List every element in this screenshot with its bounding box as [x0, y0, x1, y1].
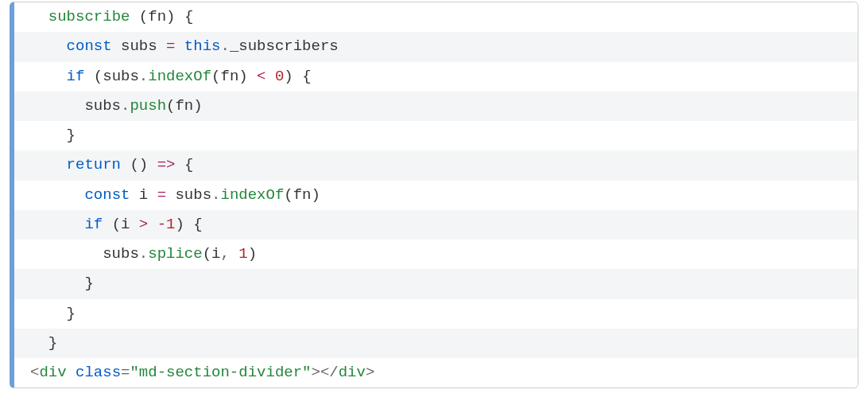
code-token: } — [48, 334, 57, 352]
code-token: subscribe — [48, 8, 130, 25]
code-token — [67, 364, 76, 381]
code-token: - — [157, 216, 166, 233]
code-token: 1 — [166, 216, 175, 233]
code-token: } — [67, 127, 76, 144]
code-token: i — [121, 216, 139, 233]
code-token: < — [30, 364, 39, 381]
code-token: { — [184, 8, 193, 25]
code-line: subscribe (fn) { — [14, 2, 858, 32]
code-token: , — [220, 245, 229, 263]
code-token: subs — [112, 37, 166, 55]
code-token — [248, 68, 257, 85]
code-token — [130, 8, 138, 25]
code-token: subs — [166, 186, 211, 204]
code-token: ( — [203, 245, 211, 263]
code-line: if (subs.indexOf(fn) < 0) { — [14, 62, 858, 92]
code-token — [30, 216, 84, 233]
code-token — [30, 305, 67, 322]
code-token: if — [84, 216, 103, 233]
code-token: ( — [211, 68, 220, 85]
code-token — [30, 8, 48, 25]
code-token: > — [366, 364, 374, 381]
code-token: } — [84, 275, 93, 292]
code-token — [175, 156, 184, 173]
code-line: const subs = this._subscribers — [14, 32, 858, 61]
code-token: indexOf — [220, 186, 284, 204]
code-token: fn — [220, 68, 238, 85]
code-token: ) — [284, 68, 293, 85]
code-token: > — [312, 364, 320, 381]
code-token — [148, 156, 157, 173]
code-token — [175, 37, 184, 55]
code-token: if — [67, 68, 85, 85]
code-token: ) — [193, 97, 202, 115]
code-token: this — [184, 37, 221, 55]
code-token: ) — [166, 8, 175, 25]
code-token: ( — [139, 8, 148, 25]
code-token: return — [67, 156, 121, 173]
code-token: "md-section-divider" — [130, 364, 311, 381]
code-token: subs — [30, 245, 139, 263]
code-token: > — [139, 216, 148, 233]
code-token — [30, 127, 67, 144]
code-line: } — [14, 121, 858, 150]
code-token: ( — [284, 186, 293, 204]
code-token: { — [302, 68, 311, 85]
code-token: } — [67, 305, 76, 322]
code-token: 1 — [238, 245, 247, 263]
code-token — [230, 245, 238, 263]
code-token: indexOf — [148, 68, 211, 85]
code-token: . — [220, 37, 229, 55]
code-token: const — [84, 186, 130, 204]
code-line: } — [14, 269, 858, 298]
code-line: return () => { — [14, 150, 858, 180]
code-token: . — [139, 245, 148, 263]
code-token — [293, 68, 302, 85]
code-block: subscribe (fn) { const subs = this._subs… — [10, 2, 858, 388]
code-line: const i = subs.indexOf(fn) — [14, 181, 858, 210]
code-token — [103, 216, 111, 233]
code-token: = — [166, 37, 175, 55]
code-token: = — [157, 186, 166, 204]
code-line: } — [14, 299, 858, 329]
code-line: if (i > -1) { — [14, 210, 858, 240]
code-token — [84, 68, 93, 85]
code-token: fn — [148, 8, 166, 25]
code-token: ) — [312, 186, 320, 204]
code-token: class — [76, 364, 121, 381]
code-token: splice — [148, 245, 202, 263]
code-token — [30, 334, 48, 352]
code-token: subs — [30, 97, 121, 115]
code-token: = — [121, 364, 130, 381]
code-line: subs.splice(i, 1) — [14, 240, 858, 269]
code-token — [30, 68, 67, 85]
code-token: ( — [94, 68, 103, 85]
code-token — [30, 186, 84, 204]
code-token — [266, 68, 275, 85]
code-token: { — [184, 156, 193, 173]
code-token: ( — [112, 216, 121, 233]
code-token: < — [257, 68, 265, 85]
code-line: } — [14, 329, 858, 358]
code-token: div — [39, 364, 66, 381]
code-token: div — [339, 364, 366, 381]
code-token — [175, 8, 184, 25]
code-token — [121, 156, 130, 173]
code-line: <div class="md-section-divider"></div> — [14, 358, 858, 388]
code-token: subs — [103, 68, 139, 85]
code-token: fn — [175, 97, 193, 115]
code-token: const — [67, 37, 112, 55]
code-token: push — [130, 97, 166, 115]
code-token: { — [193, 216, 202, 233]
code-token — [184, 216, 193, 233]
code-token: ) — [175, 216, 184, 233]
code-token: i — [130, 186, 157, 204]
code-token: ( — [166, 97, 175, 115]
code-token: . — [139, 68, 148, 85]
code-token: => — [157, 156, 176, 173]
code-token: 0 — [275, 68, 284, 85]
code-token: fn — [293, 186, 312, 204]
code-token: . — [211, 186, 220, 204]
code-token: . — [121, 97, 130, 115]
code-token: / — [329, 364, 338, 381]
